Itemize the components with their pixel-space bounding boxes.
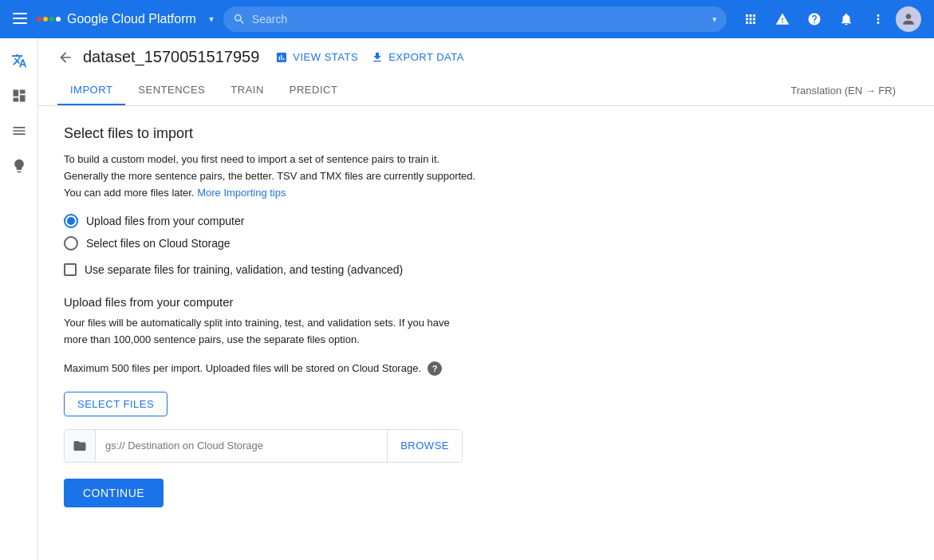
checkbox-box [64, 263, 77, 276]
radio-cloud-label: Select files on Cloud Storage [86, 237, 231, 250]
sidebar-item-dashboard[interactable] [3, 80, 35, 112]
radio-upload-circle [64, 214, 78, 228]
left-sidebar [0, 38, 38, 560]
view-stats-label: VIEW STATS [293, 51, 358, 63]
export-data-label: EXPORT DATA [388, 51, 464, 63]
notifications-icon[interactable] [832, 5, 861, 34]
help-icon[interactable] [800, 5, 829, 34]
view-stats-button[interactable]: VIEW STATS [275, 51, 358, 64]
alert-icon[interactable] [768, 5, 797, 34]
radio-upload-label: Upload files from your computer [86, 215, 244, 227]
export-data-button[interactable]: EXPORT DATA [371, 51, 464, 64]
source-radio-group: Upload files from your computer Select f… [64, 214, 731, 250]
separate-files-checkbox[interactable]: Use separate files for training, validat… [64, 263, 731, 276]
navbar-icon-group [736, 5, 921, 34]
tab-import[interactable]: IMPORT [57, 76, 125, 105]
sidebar-item-lightbulb[interactable] [3, 150, 35, 182]
title-row: dataset_1570051517959 VIEW STATS EXPORT … [57, 48, 915, 76]
browse-button[interactable]: BROWSE [387, 430, 462, 462]
separate-files-checkbox-group: Use separate files for training, validat… [64, 263, 731, 276]
sidebar-item-translate[interactable] [3, 45, 35, 77]
desc-line-3: You can add more files later. [64, 187, 195, 199]
storage-help-icon[interactable]: ? [428, 361, 442, 376]
page-title: dataset_1570051517959 [83, 48, 259, 66]
tab-sentences[interactable]: SENTENCES [125, 76, 218, 105]
svg-rect-2 [13, 22, 27, 24]
back-button[interactable] [57, 49, 73, 65]
svg-rect-1 [13, 18, 27, 19]
export-icon [371, 51, 384, 64]
tab-predict[interactable]: PREDICT [277, 76, 351, 105]
radio-cloud-storage[interactable]: Select files on Cloud Storage [64, 236, 731, 250]
storage-note: Maximum 500 files per import. Uploaded f… [64, 361, 731, 376]
upload-section: Upload files from your computer Your fil… [64, 295, 731, 507]
upload-desc-2: more than 100,000 sentence pairs, use th… [64, 333, 360, 345]
continue-button[interactable]: CONTINUE [64, 479, 164, 507]
app-title: Google Cloud Platform [67, 12, 196, 26]
more-options-icon[interactable] [864, 5, 893, 34]
header-actions: VIEW STATS EXPORT DATA [275, 51, 464, 64]
top-navbar: Google Cloud Platform ▾ ▾ [0, 0, 934, 38]
desc-line-2: Generally the more sentence pairs, the b… [64, 170, 475, 182]
more-tips-link[interactable]: More Importing tips [197, 187, 286, 199]
storage-note-text: Maximum 500 files per import. Uploaded f… [64, 362, 421, 374]
hamburger-menu[interactable] [13, 11, 27, 28]
translation-language-label: Translation (EN → FR) [790, 85, 915, 97]
upload-desc-1: Your files will be automatically split i… [64, 317, 450, 329]
search-icon [233, 13, 246, 26]
radio-cloud-circle [64, 236, 78, 250]
sidebar-item-list[interactable] [3, 115, 35, 147]
folder-icon [65, 430, 96, 462]
cloud-storage-input[interactable] [96, 430, 387, 462]
desc-line-1: To build a custom model, you first need … [64, 153, 439, 165]
upload-desc-block: Your files will be automatically split i… [64, 315, 731, 349]
avatar[interactable] [896, 6, 921, 32]
select-files-button[interactable]: SELECT FILES [64, 392, 167, 416]
main-content: dataset_1570051517959 VIEW STATS EXPORT … [38, 38, 934, 560]
description-block: To build a custom model, you first need … [64, 152, 731, 201]
tab-train[interactable]: TRAIN [218, 76, 277, 105]
tabs-row: IMPORT SENTENCES TRAIN PREDICT Translati… [57, 76, 915, 105]
cloud-storage-row: BROWSE [64, 429, 463, 463]
tabs-list: IMPORT SENTENCES TRAIN PREDICT [57, 76, 350, 105]
radio-upload-computer[interactable]: Upload files from your computer [64, 214, 731, 228]
svg-rect-0 [13, 13, 27, 14]
apps-icon[interactable] [736, 5, 765, 34]
project-dropdown[interactable]: ▾ [209, 14, 214, 25]
search-dropdown-arrow[interactable]: ▾ [712, 14, 717, 25]
app-logo: Google Cloud Platform [37, 12, 196, 26]
search-input[interactable] [252, 13, 706, 26]
main-layout: dataset_1570051517959 VIEW STATS EXPORT … [0, 38, 934, 560]
page-header: dataset_1570051517959 VIEW STATS EXPORT … [38, 38, 934, 106]
search-bar[interactable]: ▾ [223, 6, 727, 32]
checkbox-label: Use separate files for training, validat… [85, 263, 403, 276]
section-title: Select files to import [64, 125, 731, 142]
upload-section-title: Upload files from your computer [64, 295, 731, 309]
stats-icon [275, 51, 288, 64]
logo-dots [37, 17, 61, 22]
import-content: Select files to import To build a custom… [38, 106, 756, 526]
